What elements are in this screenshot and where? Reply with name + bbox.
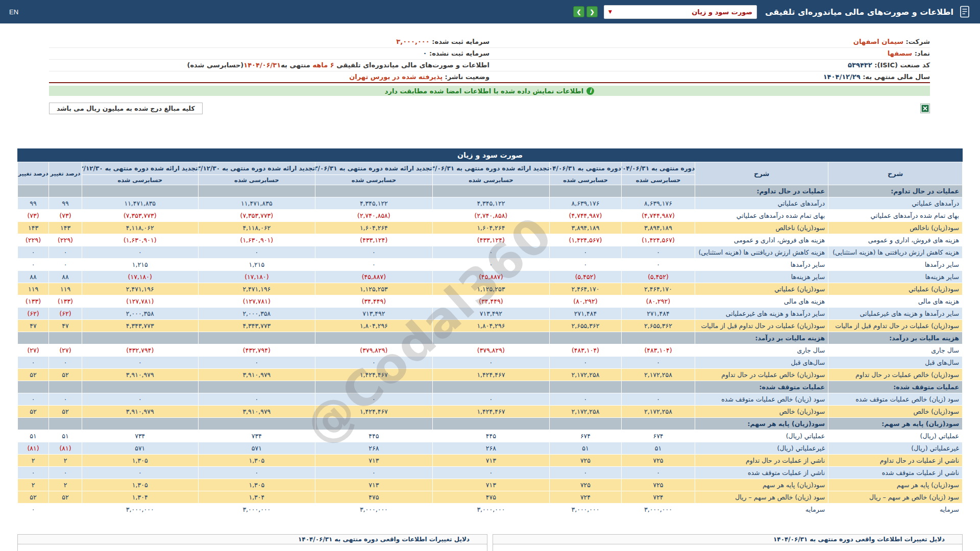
cell-value: ۱,۱۲۵,۲۵۳ xyxy=(315,283,433,295)
cell-value: ۵۷۱ xyxy=(82,442,198,455)
cell-value: ۳,۹۱۰,۹۷۹ xyxy=(82,406,198,418)
cell-value: ۳,۸۹۴,۱۸۹ xyxy=(621,222,695,234)
cell-value: ۱۱۹ xyxy=(18,283,49,295)
chevron-down-icon: ▼ xyxy=(608,9,612,14)
chevron-right-icon: ❮ xyxy=(590,9,594,15)
cell-value: ۵۲ xyxy=(18,406,49,418)
cell-value: ۰ xyxy=(550,259,622,271)
cell-value xyxy=(432,185,550,197)
cell-value xyxy=(198,418,315,430)
row-label: هزینه کاهش ارزش دریافتنی ها (هزینه استثن… xyxy=(695,246,828,259)
cell-value: ۱,۳۰۴ xyxy=(198,491,315,504)
cell-value: ۱,۳۰۵ xyxy=(82,479,198,491)
info-label: نماد: xyxy=(912,49,930,57)
cell-value: ۰ xyxy=(432,357,550,369)
cell-value: ۰ xyxy=(315,393,433,406)
cell-value: ۴,۱۱۸,۰۶۲ xyxy=(198,222,315,234)
cell-value: ۸۸ xyxy=(49,271,82,283)
cell-value xyxy=(49,381,82,393)
cell-value: (۱۷,۱۸۰) xyxy=(82,271,198,283)
cell-value: ۷۳۴ xyxy=(82,430,198,442)
cell-value xyxy=(315,332,433,344)
row-label: غیرعملیاتي (ریال) xyxy=(828,442,963,455)
cell-value: ۵۱ xyxy=(621,442,695,455)
cell-value: ۲۷۱,۴۸۴ xyxy=(550,308,622,320)
amounts-note-row: کلیه مبالغ درج شده به میلیون ریال می باش… xyxy=(49,102,930,115)
table-row: سود(زیان) عملیاتيسود(زیان) عملیاتي۲,۴۶۴,… xyxy=(18,283,963,295)
row-label: سود (زیان) خالص هر سهم – ریال xyxy=(828,491,963,504)
row-label: درآمدهای عملیاتي xyxy=(828,197,963,210)
cell-value: ۱,۴۲۴,۴۶۷ xyxy=(315,406,433,418)
cell-value: ۵۱ xyxy=(18,430,49,442)
col-header-percent-change: درصد تغییر xyxy=(49,162,82,185)
info-label: سرمایه ثبت شده: xyxy=(430,38,489,45)
cell-value: ۵۲ xyxy=(18,369,49,381)
row-label: سود(زیان) عملیات در حال تداوم قبل از مال… xyxy=(695,320,828,332)
cell-value: (۳۷۹,۸۲۹) xyxy=(432,344,550,357)
row-label: بهای تمام شده درآمدهای عملیاتي xyxy=(828,210,963,222)
cell-value: ۴۷۵ xyxy=(315,491,433,504)
cell-value: ۰ xyxy=(82,246,198,259)
reason-table-empty-row xyxy=(17,544,487,551)
cell-value xyxy=(49,504,82,516)
cell-value xyxy=(49,418,82,430)
row-label: سایر هزینه‌ها xyxy=(695,271,828,283)
table-row: سال جاریسال جاری(۴۸۳,۱۰۴)(۴۸۳,۱۰۴)(۳۷۹,۸… xyxy=(18,344,963,357)
cell-value: (۲۷) xyxy=(18,344,49,357)
cell-value: ۰ xyxy=(621,393,695,406)
row-label: هزینه های فروش، اداری و عمومی xyxy=(695,234,828,246)
cell-value: ۰ xyxy=(18,259,49,271)
lang-toggle[interactable]: EN xyxy=(9,8,18,16)
cell-value: ۳,۰۰۰,۰۰۰ xyxy=(82,504,198,516)
cell-value: ۳,۸۹۴,۱۸۹ xyxy=(550,222,622,234)
cell-value: ۲,۴۶۴,۱۷۰ xyxy=(550,283,622,295)
row-label: سود(زیان) عملیاتي xyxy=(695,283,828,295)
cell-value: ۸,۶۳۹,۱۷۶ xyxy=(550,197,622,210)
cell-value xyxy=(315,381,433,393)
cell-value: (۴۳۳,۱۲۴) xyxy=(315,234,433,246)
cell-value: ۱,۸۰۴,۲۹۶ xyxy=(432,320,550,332)
chevron-left-icon: ❯ xyxy=(576,9,581,15)
info-row: کد صنعت (ISIC): ۵۳۹۴۳۲اطلاعات و صورت‌های… xyxy=(49,59,930,71)
row-label: سود(زیان) خالص xyxy=(695,406,828,418)
next-announcement-button[interactable]: ❯ xyxy=(573,6,584,17)
row-label: سود(زیان) پایه هر سهم xyxy=(695,479,828,491)
cell-value xyxy=(432,381,550,393)
excel-export-icon[interactable] xyxy=(920,104,930,113)
cell-value: (۲۲۹) xyxy=(18,234,49,246)
row-label: هزینه های مالی xyxy=(695,295,828,308)
cell-value: ۵۲ xyxy=(49,406,82,418)
row-label: سود(زیان) پایه هر سهم xyxy=(828,479,963,491)
row-label: ناشي از عملیات در حال تداوم xyxy=(695,455,828,467)
cell-value: ۰ xyxy=(198,357,315,369)
statement-table: شرح شرح دوره منتهی به ۱۴۰۴/۰۶/۳۱ دوره من… xyxy=(17,162,963,516)
statement-select[interactable]: صورت سود و زیان ▼ xyxy=(604,5,757,19)
prev-announcement-button[interactable]: ❮ xyxy=(586,6,598,17)
row-label: ناشي از عملیات در حال تداوم xyxy=(828,455,963,467)
info-label: سال مالی منتهی به: xyxy=(861,73,930,81)
cell-value: (۱,۴۲۴,۵۶۷) xyxy=(621,234,695,246)
table-row: سود(زیان) عملیات در حال تداوم قبل از مال… xyxy=(18,320,963,332)
cell-value: ۳,۰۰۰,۰۰۰ xyxy=(315,504,433,516)
cell-value: ۴۴۵ xyxy=(315,430,433,442)
cell-value: ۲ xyxy=(18,455,49,467)
report-icon xyxy=(959,5,971,18)
cell-value: ۰ xyxy=(18,504,49,516)
cell-value: ۷۱۳ xyxy=(315,455,433,467)
info-text: اطلاعات و صورت‌های مالی میاندوره‌ای تلفی… xyxy=(334,61,489,69)
table-row: سود (زیان) خالص هر سهم – ریالسود (زیان) … xyxy=(18,491,963,504)
cell-value: ۱,۴۲۴,۴۶۷ xyxy=(432,406,550,418)
cell-value: ۲,۴۶۴,۱۷۰ xyxy=(621,283,695,295)
cell-value: (۱۲۷,۷۸۱) xyxy=(82,295,198,308)
cell-value xyxy=(18,185,49,197)
cell-value: ۷۲۵ xyxy=(621,479,695,491)
cell-value: ۴۷۵ xyxy=(432,491,550,504)
cell-value xyxy=(550,332,622,344)
cell-value: (۴۳۳,۱۲۴) xyxy=(432,234,550,246)
table-row: هزینه کاهش ارزش دریافتنی ها (هزینه استثن… xyxy=(18,246,963,259)
cell-value: ۲,۱۷۲,۲۵۸ xyxy=(621,369,695,381)
info-text: منتهی به xyxy=(281,61,312,69)
info-value: ۱۴۰۴/۱۲/۲۹ xyxy=(823,73,861,81)
info-value: ۵۳۹۴۳۲ xyxy=(848,61,872,69)
table-row: سود(زیان) خالص عملیات در حال تداومسود(زی… xyxy=(18,369,963,381)
